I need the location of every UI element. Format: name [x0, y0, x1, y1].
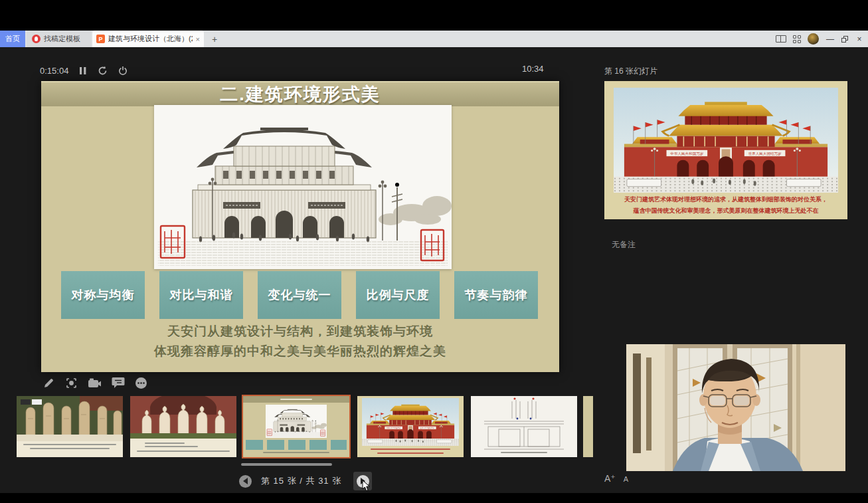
- tab-close-icon[interactable]: ×: [196, 35, 200, 43]
- document-tab-label: 建筑与环境设计（北海）(2).pptx: [108, 34, 193, 44]
- thumbnail-slide-15-current[interactable]: [243, 396, 349, 457]
- application-window: 首页 找稿定模板 P 建筑与环境设计（北海）(2).pptx × + — × 0…: [0, 0, 868, 503]
- presentation-stage: 0:15:04 10:34 二.建筑环境形式美 对称与均衡 对比与和谐: [0, 47, 868, 493]
- restore-button[interactable]: [841, 36, 848, 43]
- presenter-toolbar: [43, 376, 147, 392]
- end-show-power-button[interactable]: [118, 66, 128, 76]
- thumbnail-slide-14[interactable]: [130, 396, 236, 457]
- prev-slide-button[interactable]: [239, 475, 252, 488]
- restart-timer-button[interactable]: [98, 66, 108, 76]
- wall-clock: 10:34: [522, 64, 544, 74]
- template-tab[interactable]: 找稿定模板: [27, 31, 91, 47]
- browser-tabbar: 首页 找稿定模板 P 建筑与环境设计（北海）(2).pptx × + — ×: [0, 31, 868, 47]
- slide-feature-buttons: 对称与均衡 对比与和谐 变化与统一 比例与尺度 节奏与韵律: [41, 271, 559, 319]
- next-slide-header: 第 16 张幻灯片: [604, 66, 657, 77]
- new-tab-button[interactable]: +: [207, 31, 222, 47]
- feature-box-symmetry: 对称与均衡: [61, 271, 145, 319]
- laser-pointer-button[interactable]: [65, 377, 78, 392]
- filmstrip-scrollbar[interactable]: [241, 463, 332, 466]
- next-slide-button[interactable]: [353, 472, 372, 490]
- slide-caption-line2: 体现雍容醇厚的中和之美与美华丽热烈的辉煌之美: [41, 343, 559, 360]
- close-button[interactable]: ×: [855, 35, 864, 44]
- user-avatar[interactable]: [808, 33, 819, 45]
- slide-caption-line1: 天安门从建筑设计与结构，到建筑装饰与环境: [41, 323, 559, 340]
- apps-grid-icon[interactable]: [793, 35, 801, 43]
- ppt-file-icon: P: [96, 35, 105, 43]
- document-tab[interactable]: P 建筑与环境设计（北海）(2).pptx ×: [92, 31, 204, 47]
- feature-box-contrast: 对比与和谐: [159, 271, 243, 319]
- tiananmen-engraving-image: [154, 105, 452, 269]
- thumbnail-slide-17[interactable]: [471, 396, 577, 457]
- camera-button[interactable]: [88, 377, 102, 391]
- notes-placeholder: 无备注: [612, 239, 636, 251]
- home-tab[interactable]: 首页: [0, 31, 25, 47]
- template-tab-label: 找稿定模板: [44, 34, 80, 44]
- thumbnail-slide-13[interactable]: [17, 396, 123, 457]
- slide-canvas[interactable]: 二.建筑环境形式美 对称与均衡 对比与和谐 变化与统一 比例与尺度 节奏与韵律 …: [41, 81, 559, 372]
- minimize-button[interactable]: —: [825, 35, 835, 44]
- feature-box-variation: 变化与统一: [258, 271, 341, 319]
- slide-title: 二.建筑环境形式美: [220, 82, 381, 106]
- slide-title-band: 二.建筑环境形式美: [41, 81, 559, 106]
- next-slide-preview[interactable]: 天安门建筑艺术体现对理想环境的追求，从建筑整体到细部装饰的对位关系， 蕴含中国传…: [604, 81, 847, 219]
- notes-font-decrease-button[interactable]: A: [624, 475, 628, 484]
- gaoding-template-icon: [32, 35, 41, 43]
- preview-caption-line1: 天安门建筑艺术体现对理想环境的追求，从建筑整体到细部装饰的对位关系，: [604, 195, 847, 204]
- window-layout-icon[interactable]: [776, 35, 786, 43]
- thumbnail-slide-16[interactable]: [357, 396, 464, 457]
- feature-box-proportion: 比例与尺度: [356, 271, 440, 319]
- preview-caption-line2: 蕴含中国传统文化和审美理念，形式美原则在整体建筑环境上无处不在: [604, 207, 847, 215]
- mouse-cursor: [362, 480, 371, 492]
- comment-button[interactable]: [112, 377, 125, 391]
- pen-tool-button[interactable]: [43, 377, 55, 392]
- more-tools-button[interactable]: [135, 377, 147, 392]
- rehearsal-timer: 0:15:04: [40, 66, 68, 76]
- pause-button[interactable]: [79, 66, 87, 75]
- feature-box-rhythm: 节奏与韵律: [454, 271, 538, 319]
- notes-font-increase-button[interactable]: A⁺: [604, 473, 616, 484]
- thumbnail-slide-18-partial[interactable]: [583, 396, 593, 457]
- webcam-video: [626, 344, 845, 471]
- slide-position-label: 第 15 张 / 共 31 张: [261, 475, 341, 487]
